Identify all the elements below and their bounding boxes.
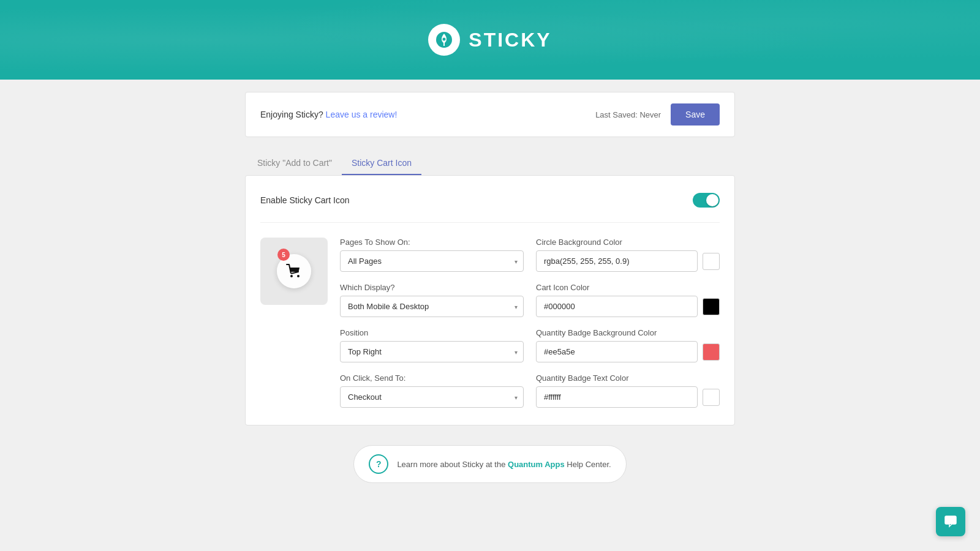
tabs-container: Sticky "Add to Cart" Sticky Cart Icon xyxy=(245,152,735,175)
circle-bg-field: Circle Background Color rgba(255, 255, 2… xyxy=(536,238,720,272)
onclick-select[interactable]: Checkout Cart Page xyxy=(340,386,524,408)
onclick-label: On Click, Send To: xyxy=(340,373,524,383)
header: STICKY xyxy=(0,0,980,80)
display-label: Which Display? xyxy=(340,283,524,292)
svg-point-5 xyxy=(950,520,951,521)
circle-bg-row: rgba(255, 255, 255, 0.9) xyxy=(536,250,720,272)
app-title: STICKY xyxy=(469,29,551,51)
badge-text-input[interactable] xyxy=(536,386,698,408)
cart-preview: 5 xyxy=(260,238,328,305)
enable-toggle-row: Enable Sticky Cart Icon xyxy=(260,193,720,223)
cart-badge: 5 xyxy=(277,249,290,261)
position-field: Position Top Right Top Left Bottom Right… xyxy=(340,328,524,362)
badge-text-row xyxy=(536,386,720,408)
circle-bg-input[interactable]: rgba(255, 255, 255, 0.9) xyxy=(536,250,698,272)
cart-icon-color-label: Cart Icon Color xyxy=(536,283,720,292)
help-icon: ? xyxy=(369,454,388,474)
display-select[interactable]: Both Mobile & Desktop Mobile Only Deskto… xyxy=(340,296,524,317)
enable-toggle[interactable] xyxy=(693,193,720,208)
topbar: Enjoying Sticky? Leave us a review! Last… xyxy=(245,92,735,137)
logo-container: STICKY xyxy=(428,24,551,56)
cart-icon-color-swatch[interactable] xyxy=(703,298,720,315)
settings-col-right: Circle Background Color rgba(255, 255, 2… xyxy=(536,238,720,408)
settings-columns: Pages To Show On: All Pages Home Page Pr… xyxy=(340,238,720,408)
position-select[interactable]: Top Right Top Left Bottom Right Bottom L… xyxy=(340,341,524,362)
save-button[interactable]: Save xyxy=(671,103,720,126)
position-label: Position xyxy=(340,328,524,337)
tab-cart-icon[interactable]: Sticky Cart Icon xyxy=(342,152,421,175)
settings-card: Enable Sticky Cart Icon 5 xyxy=(245,175,735,425)
onclick-select-wrapper: Checkout Cart Page ▾ xyxy=(340,386,524,408)
svg-point-2 xyxy=(290,275,293,277)
badge-bg-swatch[interactable] xyxy=(703,343,720,361)
svg-point-3 xyxy=(297,275,300,277)
badge-bg-row xyxy=(536,341,720,362)
settings-body: 5 Pages To Show On: xyxy=(260,238,720,408)
last-saved-label: Last Saved: Never xyxy=(595,110,661,119)
display-field: Which Display? Both Mobile & Desktop Mob… xyxy=(340,283,524,317)
pages-field: Pages To Show On: All Pages Home Page Pr… xyxy=(340,238,524,272)
quantum-apps-link[interactable]: Quantum Apps xyxy=(508,460,565,469)
logo-icon xyxy=(428,24,460,56)
badge-text-swatch[interactable] xyxy=(703,389,720,406)
pages-select[interactable]: All Pages Home Page Product Pages Collec… xyxy=(340,250,524,272)
svg-point-1 xyxy=(443,38,446,41)
cart-icon-color-field: Cart Icon Color xyxy=(536,283,720,317)
help-bubble: ? Learn more about Sticky at the Quantum… xyxy=(353,445,626,483)
display-select-wrapper: Both Mobile & Desktop Mobile Only Deskto… xyxy=(340,296,524,317)
settings-col-left: Pages To Show On: All Pages Home Page Pr… xyxy=(340,238,524,408)
badge-bg-input[interactable] xyxy=(536,341,698,362)
tab-add-to-cart[interactable]: Sticky "Add to Cart" xyxy=(247,152,342,175)
onclick-field: On Click, Send To: Checkout Cart Page ▾ xyxy=(340,373,524,408)
topbar-actions: Last Saved: Never Save xyxy=(595,103,720,126)
circle-bg-swatch[interactable] xyxy=(703,253,720,270)
footer-help: ? Learn more about Sticky at the Quantum… xyxy=(245,445,735,483)
badge-bg-label: Quantity Badge Background Color xyxy=(536,328,720,337)
review-link[interactable]: Leave us a review! xyxy=(326,110,398,119)
badge-text-label: Quantity Badge Text Color xyxy=(536,373,720,383)
chat-button[interactable] xyxy=(936,507,965,536)
help-text: Learn more about Sticky at the Quantum A… xyxy=(397,460,611,469)
badge-bg-field: Quantity Badge Background Color xyxy=(536,328,720,362)
cart-icon-color-row xyxy=(536,296,720,317)
badge-text-field: Quantity Badge Text Color xyxy=(536,373,720,408)
pages-select-wrapper: All Pages Home Page Product Pages Collec… xyxy=(340,250,524,272)
main-content: Enjoying Sticky? Leave us a review! Last… xyxy=(245,80,735,508)
svg-point-4 xyxy=(948,520,949,521)
pages-label: Pages To Show On: xyxy=(340,238,524,247)
position-select-wrapper: Top Right Top Left Bottom Right Bottom L… xyxy=(340,341,524,362)
svg-point-6 xyxy=(952,520,954,521)
enable-label: Enable Sticky Cart Icon xyxy=(260,195,350,205)
cart-icon-color-input[interactable] xyxy=(536,296,698,317)
topbar-message: Enjoying Sticky? Leave us a review! xyxy=(260,110,397,119)
circle-bg-label: Circle Background Color xyxy=(536,238,720,247)
